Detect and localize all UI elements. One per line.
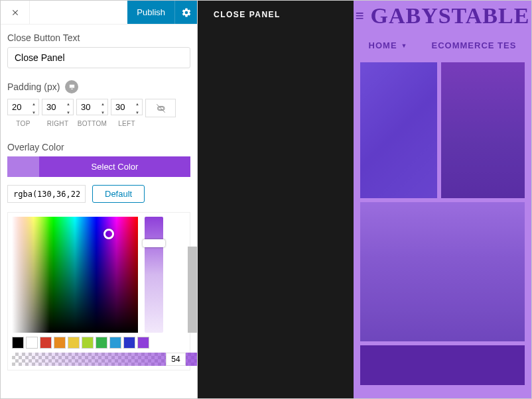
close-button-text-input[interactable] (7, 47, 190, 68)
settings-button[interactable] (174, 1, 197, 24)
close-button-text-label: Close Button Text (7, 32, 190, 43)
gallery-image[interactable] (360, 202, 525, 341)
color-value-input[interactable] (7, 185, 86, 203)
swatch[interactable] (40, 337, 52, 349)
device-icon-chip[interactable] (65, 80, 78, 93)
nav-home[interactable]: HOME▼ (369, 40, 408, 50)
close-panel-text[interactable]: CLOSE PANEL (198, 1, 354, 28)
padding-left-caption: LEFT (111, 120, 143, 127)
link-values-toggle[interactable] (145, 99, 176, 117)
padding-right-caption: RIGHT (42, 120, 74, 127)
top-bar: Publish (1, 1, 197, 25)
swatch[interactable] (54, 337, 66, 349)
current-color-swatch (7, 156, 39, 177)
unlink-icon (156, 103, 166, 113)
gear-icon (181, 7, 192, 18)
hamburger-icon[interactable]: ≡ (356, 7, 364, 25)
spinner[interactable]: ▲▼ (29, 99, 38, 117)
swatch[interactable] (26, 337, 38, 349)
site-preview: ≡ GABYSTABLE HOME▼ ECOMMERCE TES (354, 1, 531, 398)
off-canvas-panel: CLOSE PANEL (198, 1, 354, 398)
nav-ecommerce[interactable]: ECOMMERCE TES (432, 40, 517, 50)
chevron-down-icon: ▼ (401, 42, 408, 49)
swatch[interactable] (96, 337, 107, 349)
preview-area: CLOSE PANEL ≡ GABYSTABLE HOME▼ ECOMMERCE… (198, 1, 531, 398)
close-sidebar-button[interactable] (1, 1, 30, 24)
default-button[interactable]: Default (92, 185, 145, 203)
color-picker (7, 212, 190, 370)
swatch[interactable] (137, 337, 149, 349)
hue-slider[interactable] (145, 217, 163, 333)
spinner[interactable]: ▲▼ (64, 99, 73, 117)
panel-body: Close Button Text Padding (px) ▲▼ ▲▼ ▲▼ … (1, 25, 197, 398)
swatch[interactable] (82, 337, 94, 349)
padding-label: Padding (px) (7, 82, 60, 92)
swatch[interactable] (68, 337, 80, 349)
swatch[interactable] (12, 337, 24, 349)
padding-bottom-caption: BOTTOM (76, 120, 108, 127)
gallery-image[interactable] (360, 345, 525, 385)
swatch[interactable] (123, 337, 135, 349)
swatch[interactable] (109, 337, 121, 349)
gallery-image[interactable] (441, 62, 525, 198)
select-color-label: Select Color (39, 156, 190, 177)
padding-top-caption: TOP (7, 120, 39, 127)
spinner[interactable]: ▲▼ (133, 99, 142, 117)
spinner[interactable]: ▲▼ (98, 99, 107, 117)
hue-thumb[interactable] (143, 239, 165, 247)
gallery-image[interactable] (360, 62, 437, 198)
desktop-icon (68, 84, 76, 91)
close-icon (11, 8, 20, 17)
customizer-sidebar: Publish Close Button Text Padding (px) ▲… (1, 1, 198, 398)
scrollbar-thumb[interactable] (188, 247, 197, 333)
alpha-input[interactable] (166, 353, 186, 366)
sv-cursor[interactable] (103, 229, 114, 239)
saturation-value-area[interactable] (12, 217, 138, 333)
site-title[interactable]: GABYSTABLE (370, 3, 529, 28)
overlay-color-label: Overlay Color (7, 142, 190, 152)
select-color-button[interactable]: Select Color (7, 156, 190, 177)
publish-button[interactable]: Publish (127, 1, 174, 24)
preset-swatches (12, 337, 186, 349)
